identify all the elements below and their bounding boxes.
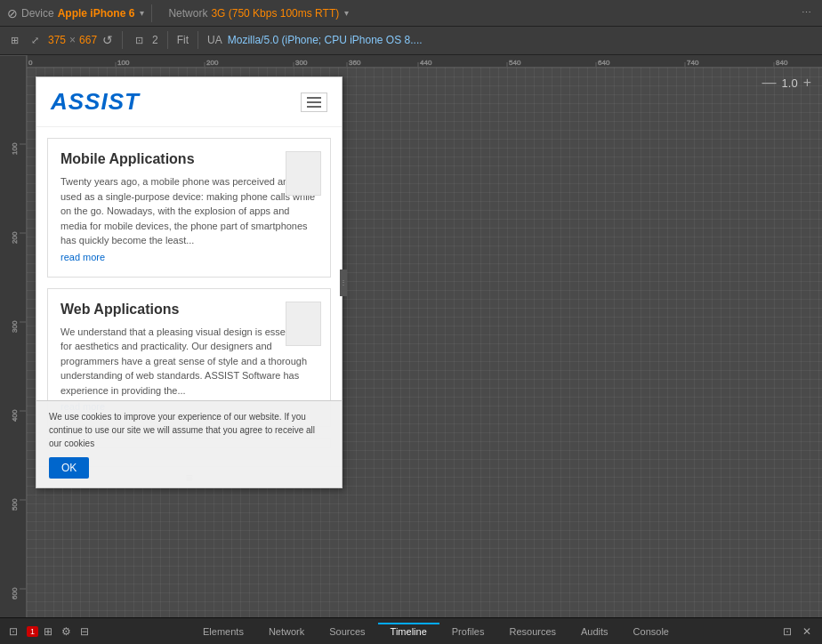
tab-network[interactable]: Network — [256, 623, 317, 640]
cookie-ok-btn[interactable]: OK — [49, 457, 89, 479]
svg-text:0: 0 — [28, 59, 33, 67]
cursor-icon: ⊘ — [7, 6, 18, 20]
zoom-in-btn[interactable]: + — [803, 75, 811, 91]
svg-text:440: 440 — [420, 59, 432, 67]
bottom-tabs: Elements Network Sources Timeline Profil… — [93, 623, 779, 640]
fit-label[interactable]: Fit — [177, 34, 189, 46]
svg-text:300: 300 — [295, 59, 308, 67]
article-thumbnail-1 — [286, 151, 321, 196]
tab-audits[interactable]: Audits — [568, 623, 621, 640]
separator2 — [122, 31, 123, 49]
device-label: Device — [21, 7, 54, 20]
separator3 — [167, 31, 168, 49]
more-options-btn[interactable]: ⋯ — [798, 5, 815, 20]
cookie-banner: We use cookies to improve your experienc… — [36, 400, 342, 487]
article-text-1: Twenty years ago, a mobile phone was per… — [60, 174, 318, 248]
svg-text:400: 400 — [11, 409, 19, 422]
bottom-bar: ⊡ 1 ⊞ ⚙ ⊟ Elements Network Sources Timel… — [0, 617, 822, 644]
site-logo: ASSIST — [51, 88, 140, 116]
ruler-horizontal: 0 100 200 300 360 440 540 640 740 840 — [27, 55, 822, 68]
zoom-value: 1.0 — [782, 76, 798, 90]
svg-text:840: 840 — [776, 59, 788, 67]
settings-btn[interactable]: ⚙ — [58, 625, 75, 638]
height-value: 667 — [79, 34, 97, 46]
resize-handle[interactable]: ⋮ — [340, 270, 347, 296]
toolbar-row2: ⊞ ⤢ 375 × 667 ↺ ⊡ 2 Fit UA Mozilla/5.0 (… — [0, 27, 822, 53]
svg-rect-21 — [0, 55, 27, 617]
article-thumbnail-2 — [286, 302, 321, 346]
resize-icon: ⋮ — [340, 278, 347, 286]
svg-text:360: 360 — [349, 59, 361, 67]
layers-count: 2 — [152, 34, 158, 46]
network-dropdown-btn[interactable]: ▾ — [344, 8, 349, 18]
article-text-2: We understand that a pleasing visual des… — [60, 325, 318, 398]
bottom-right: ⊡ ✕ — [779, 625, 822, 638]
more-dock-btn[interactable]: ⊡ — [779, 625, 795, 638]
network-label: Network — [168, 7, 207, 20]
device-dropdown-btn[interactable]: ▾ — [140, 8, 144, 18]
tab-timeline[interactable]: Timeline — [378, 623, 439, 640]
toolbar-row1: ⊘ Device Apple iPhone 6 ▾ Network 3G (75… — [0, 0, 822, 27]
tab-profiles[interactable]: Profiles — [439, 623, 497, 640]
error-badge: 1 — [27, 626, 38, 637]
dimension-display: 375 × 667 — [48, 34, 97, 46]
svg-text:500: 500 — [11, 498, 19, 511]
close-devtools-btn[interactable]: ✕ — [799, 625, 815, 638]
dim-x: × — [69, 34, 76, 46]
ua-label: UA — [207, 34, 222, 46]
toggle-icon-btn[interactable]: ⊞ — [7, 33, 22, 48]
svg-text:100: 100 — [117, 59, 130, 67]
read-more-link-1[interactable]: read more — [60, 252, 105, 262]
resize-icon-btn[interactable]: ⤢ — [28, 33, 43, 48]
svg-text:600: 600 — [11, 587, 19, 600]
rotate-btn[interactable]: ↺ — [102, 33, 113, 47]
site-header: ASSIST — [36, 77, 342, 127]
article-title-1: Mobile Applications — [60, 151, 318, 167]
tab-sources[interactable]: Sources — [317, 623, 377, 640]
hamburger-line3 — [307, 106, 321, 108]
svg-text:740: 740 — [687, 59, 699, 67]
device-name: Apple iPhone 6 — [58, 7, 135, 20]
separator — [151, 4, 152, 22]
dock-btn[interactable]: ⊟ — [77, 625, 93, 638]
separator4 — [197, 31, 198, 49]
svg-text:200: 200 — [206, 59, 219, 67]
width-value: 375 — [48, 34, 66, 46]
bottom-left: ⊡ 1 ⊞ ⚙ ⊟ — [0, 625, 93, 638]
device-frame: ASSIST Mobile Applications Twenty years … — [36, 76, 342, 488]
article-title-2: Web Applications — [60, 302, 318, 318]
zoom-control: — 1.0 + — [762, 75, 811, 91]
ua-string: Mozilla/5.0 (iPhone; CPU iPhone OS 8.... — [228, 34, 423, 46]
hamburger-line2 — [307, 101, 321, 103]
svg-text:100: 100 — [11, 142, 19, 155]
article-card-1: Mobile Applications Twenty years ago, a … — [47, 138, 331, 278]
tab-elements[interactable]: Elements — [190, 623, 256, 640]
network-name: 3G (750 Kbps 100ms RTT) — [211, 7, 339, 20]
svg-text:540: 540 — [509, 59, 521, 67]
svg-text:200: 200 — [11, 231, 19, 244]
devtools-toggle-btn[interactable]: ⊡ — [5, 625, 21, 638]
hamburger-line1 — [307, 97, 321, 99]
console-toggle-btn[interactable]: ⊞ — [40, 625, 56, 638]
canvas-area: — 1.0 + ASSIST Mobile Applications Twent… — [27, 68, 822, 617]
tab-resources[interactable]: Resources — [496, 623, 568, 640]
layers-icon-btn[interactable]: ⊡ — [132, 33, 147, 48]
cookie-text: We use cookies to improve your experienc… — [49, 410, 329, 450]
ruler-vertical: 100 200 300 400 500 600 — [0, 55, 27, 617]
svg-text:300: 300 — [11, 320, 19, 333]
tab-console[interactable]: Console — [621, 623, 681, 640]
top-toolbar: ⊘ Device Apple iPhone 6 ▾ Network 3G (75… — [0, 0, 822, 55]
svg-text:640: 640 — [598, 59, 610, 67]
zoom-out-btn[interactable]: — — [762, 75, 777, 91]
hamburger-btn[interactable] — [301, 93, 327, 112]
